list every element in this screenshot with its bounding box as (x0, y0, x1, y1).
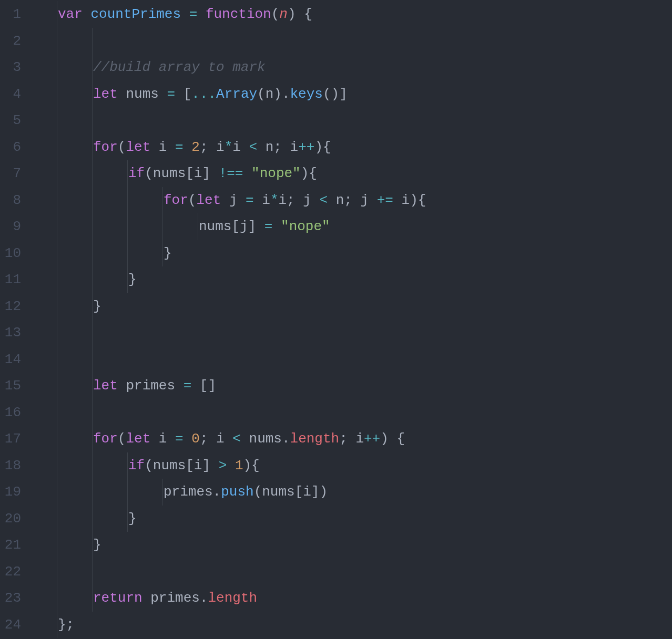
token-pun: ()] (323, 86, 348, 102)
line-number: 20 (0, 506, 21, 532)
code-line[interactable]: for(let i = 2; i*i < n; i++){ (32, 134, 672, 161)
line-number: 9 (0, 213, 21, 240)
token-pun: } (93, 537, 101, 553)
token-prop: length (290, 431, 340, 447)
line-number: 4 (0, 81, 21, 108)
code-area[interactable]: var countPrimes = function(n) {//build a… (32, 1, 672, 639)
token-pun: }; (58, 617, 74, 633)
code-line[interactable]: } (32, 240, 672, 267)
token-pun (243, 166, 251, 181)
code-content: let primes = [] (32, 378, 216, 394)
token-pun (184, 139, 192, 155)
code-line[interactable]: if(nums[i] > 1){ (32, 452, 672, 479)
token-fn: push (221, 484, 253, 500)
code-line[interactable] (32, 28, 672, 55)
code-line[interactable]: for(let j = i*i; j < n; j += i){ (32, 187, 672, 214)
code-line[interactable] (32, 399, 672, 426)
token-pun: (nums[i]) (254, 484, 328, 500)
line-number: 3 (0, 54, 21, 81)
code-content (32, 352, 93, 367)
token-pun (197, 6, 206, 22)
code-content: for(let j = i*i; j < n; j += i){ (32, 192, 426, 208)
code-content: let nums = [...Array(n).keys()] (32, 86, 348, 102)
code-line[interactable]: primes.push(nums[i]) (32, 479, 672, 506)
token-kw: let (196, 192, 229, 208)
token-kw: for (93, 139, 118, 155)
line-number: 13 (0, 319, 21, 346)
line-number: 21 (0, 532, 21, 559)
token-pun: [] (191, 378, 216, 394)
token-pun: i (254, 192, 270, 208)
line-number: 1 (0, 1, 21, 28)
code-content: } (32, 298, 101, 314)
code-line[interactable] (32, 346, 672, 373)
code-line[interactable]: var countPrimes = function(n) { (32, 1, 672, 28)
token-pun: [ (175, 86, 191, 102)
token-op: = (175, 431, 184, 447)
token-pun: primes. (164, 484, 221, 500)
token-pun: ) { (288, 6, 312, 22)
token-str: "nope" (281, 219, 330, 234)
code-line[interactable]: } (32, 266, 672, 293)
code-line[interactable] (32, 559, 672, 585)
code-content: var countPrimes = function(n) { (32, 6, 312, 22)
code-line[interactable] (32, 319, 672, 346)
token-pun: n; j (328, 192, 377, 208)
code-content: if(nums[i] !== "nope"){ (32, 166, 317, 181)
code-line[interactable]: //build array to mark (32, 54, 672, 81)
token-num: 2 (191, 139, 200, 155)
line-number: 8 (0, 187, 21, 214)
token-prop: length (208, 590, 257, 606)
code-line[interactable]: return primes.length (32, 585, 672, 612)
line-number: 12 (0, 293, 21, 320)
token-kw: function (206, 6, 271, 22)
token-pun: i (232, 139, 249, 155)
code-line[interactable]: nums[j] = "nope" (32, 213, 672, 240)
code-line[interactable]: for(let i = 0; i < nums.length; i++) { (32, 426, 672, 452)
code-line[interactable] (32, 107, 672, 134)
token-pun (181, 6, 189, 22)
line-number: 23 (0, 585, 21, 612)
code-line[interactable]: let primes = [] (32, 373, 672, 399)
token-kw: if (128, 458, 145, 473)
code-line[interactable]: } (32, 293, 672, 320)
code-content: primes.push(nums[i]) (32, 484, 328, 500)
token-op: = (189, 6, 198, 22)
line-number: 14 (0, 346, 21, 373)
code-content: for(let i = 2; i*i < n; i++){ (32, 139, 331, 155)
token-op: += (377, 192, 393, 208)
code-content: if(nums[i] > 1){ (32, 458, 260, 473)
code-content (32, 325, 93, 341)
token-pun: i){ (393, 192, 426, 208)
token-pun: ){ (243, 458, 259, 473)
token-pun: } (128, 272, 137, 287)
token-pun: } (93, 298, 101, 314)
line-number: 5 (0, 107, 21, 134)
line-number: 17 (0, 426, 21, 452)
token-op: < (232, 431, 241, 447)
code-editor[interactable]: 123456789101112131415161718192021222324 … (0, 0, 672, 639)
line-number: 24 (0, 612, 21, 638)
token-op: * (270, 192, 279, 208)
code-line[interactable]: }; (32, 612, 672, 638)
line-number: 2 (0, 28, 21, 55)
line-number: 7 (0, 160, 21, 187)
token-kw: let (93, 86, 126, 102)
token-num: 1 (235, 458, 243, 473)
code-line[interactable]: if(nums[i] !== "nope"){ (32, 160, 672, 187)
token-op: = (167, 86, 175, 102)
token-pun: nums. (241, 431, 290, 447)
code-content: for(let i = 0; i < nums.length; i++) { (32, 431, 405, 447)
line-number-gutter: 123456789101112131415161718192021222324 (0, 1, 32, 639)
code-content: } (32, 537, 101, 553)
code-line[interactable]: let nums = [...Array(n).keys()] (32, 81, 672, 108)
token-op: ++ (298, 139, 314, 155)
line-number: 15 (0, 373, 21, 399)
code-content (32, 33, 93, 49)
token-pun: ; i (200, 139, 225, 155)
token-pun: ( (188, 192, 197, 208)
token-pun: ){ (301, 166, 317, 181)
code-line[interactable]: } (32, 506, 672, 532)
token-id: j (229, 192, 246, 208)
code-line[interactable]: } (32, 532, 672, 559)
